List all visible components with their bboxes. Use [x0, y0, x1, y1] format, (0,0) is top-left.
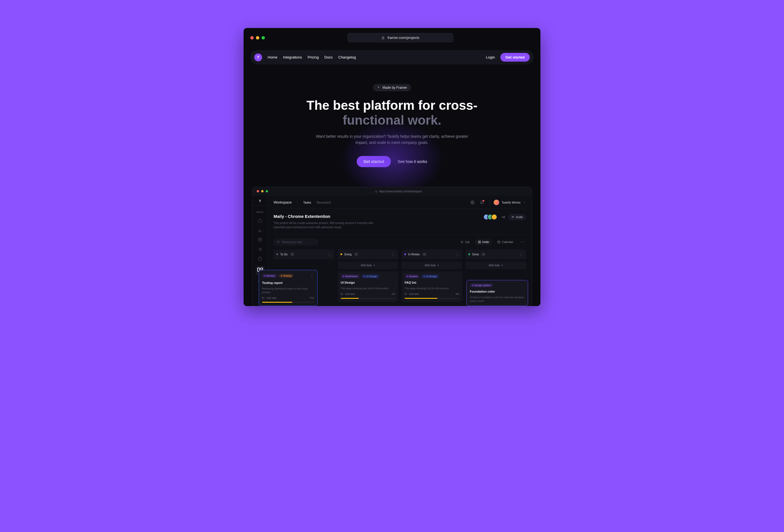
task-card-ui-design[interactable]: Wireframer UI Design UI Design This page…	[338, 271, 398, 302]
svg-rect-22	[262, 298, 263, 299]
inner-url-text: https://www.taskify.com/workspace	[379, 190, 422, 193]
home-icon[interactable]	[258, 218, 262, 223]
column-menu[interactable]: ⋮	[327, 252, 332, 257]
card-desc: All about Foundation color for make the …	[470, 296, 525, 303]
navbar: T Home Integrations Pricing Docs Changel…	[250, 50, 534, 64]
search-input[interactable]: Searcg any task	[274, 239, 318, 246]
view-list-button[interactable]: List	[458, 239, 472, 245]
card-title: FAQ list	[404, 281, 459, 284]
hero-title: The best platform for cross- functional …	[255, 98, 529, 128]
progress-bar	[262, 302, 314, 303]
hero-subtitle: Want better results in your organization…	[314, 133, 470, 146]
tab-tasks[interactable]: Tasks	[303, 201, 311, 204]
chart-icon[interactable]	[258, 228, 262, 232]
svg-rect-19	[405, 293, 406, 294]
column-name: Doing	[344, 253, 352, 256]
add-task-button[interactable]: Add task +	[338, 261, 398, 269]
add-task-button[interactable]: Add task +	[401, 261, 462, 269]
svg-point-2	[259, 248, 260, 249]
hero-actions: Get started See how it works	[255, 156, 529, 167]
task-card-faq[interactable]: Review UI Design FAQ list This page show…	[401, 271, 462, 302]
svg-rect-18	[341, 294, 342, 295]
view-invite-button[interactable]: Invite	[475, 239, 492, 245]
people-icon[interactable]	[258, 247, 262, 251]
get-started-button[interactable]: Get started	[500, 53, 530, 62]
nav-link-integrations[interactable]: Integrations	[283, 55, 302, 59]
login-link[interactable]: Login	[486, 55, 495, 59]
document-icon[interactable]	[258, 256, 262, 261]
avatar-stack	[483, 214, 497, 220]
column-name: In Riview	[408, 253, 420, 256]
hero-get-started-button[interactable]: Get started	[357, 156, 391, 167]
card-menu[interactable]: ⋮	[310, 273, 314, 279]
badge-text: Made by Framer	[383, 86, 407, 90]
svg-point-9	[512, 216, 513, 217]
search-icon	[277, 241, 280, 243]
svg-rect-21	[262, 297, 263, 298]
tag-review: Review	[404, 274, 420, 278]
bell-icon[interactable]	[480, 200, 484, 204]
inner-maximize-button[interactable]	[266, 190, 268, 192]
close-window-button[interactable]	[250, 36, 254, 39]
svg-rect-5	[261, 268, 263, 270]
minimize-window-button[interactable]	[256, 36, 259, 39]
floating-card-testing-report: Review Testing ⋮ Testing report Reviewin…	[259, 270, 317, 306]
invite-button[interactable]: Invite	[508, 214, 526, 220]
column-menu[interactable]: ⋮	[519, 252, 523, 257]
maximize-window-button[interactable]	[261, 36, 265, 39]
browser-chrome: framer.com/projects	[244, 28, 540, 47]
column-in-review: In Riview 2 ⋮ Add task + Review	[401, 250, 462, 302]
column-status-dot	[469, 253, 470, 255]
add-task-button[interactable]: Add task +	[466, 261, 526, 269]
user-chip[interactable]: Taskify Works	[489, 200, 526, 205]
workspace-header: Workspace Tasks Document Taskify Works	[274, 200, 526, 209]
column-header: In Riview 2 ⋮	[401, 250, 462, 259]
address-bar[interactable]: framer.com/projects	[347, 33, 453, 42]
subtask-label: Sub task	[267, 297, 276, 299]
browser-url: framer.com/projects	[388, 35, 419, 40]
column-menu[interactable]: ⋮	[391, 252, 395, 257]
svg-rect-16	[498, 241, 500, 243]
nav-link-pricing[interactable]: Pricing	[308, 55, 319, 59]
inner-minimize-button[interactable]	[261, 190, 263, 192]
nav-link-home[interactable]: Home	[268, 55, 278, 59]
inner-close-button[interactable]	[257, 190, 259, 192]
project-desc: This project will be create awesome prod…	[274, 221, 374, 229]
inner-traffic-lights	[257, 190, 268, 192]
column-menu[interactable]: ⋮	[455, 252, 459, 257]
task-card-foundation[interactable]: Design system Foundation color All about…	[467, 280, 528, 306]
svg-point-10	[278, 241, 279, 243]
task-card-testing-report[interactable]: Review Testing ⋮ Testing report Reviewin…	[259, 270, 317, 306]
more-button[interactable]: ⋯	[519, 240, 526, 244]
hero-title-line2: functional work.	[343, 113, 442, 128]
lock-icon	[375, 190, 377, 193]
user-plus-icon	[511, 216, 514, 218]
column-status-dot	[340, 253, 342, 255]
progress-text: 1/3	[391, 292, 395, 296]
box-icon[interactable]	[258, 237, 262, 242]
hero-title-line1: The best platform for cross-	[307, 98, 478, 113]
column-header: Doing 1 ⋮	[338, 250, 398, 259]
card-title: Testing report	[262, 281, 314, 284]
column-doing: Doing 1 ⋮ Add task + Wireframer	[338, 250, 398, 302]
nav-link-docs[interactable]: Docs	[324, 55, 333, 59]
hero: Made by Framer The best platform for cro…	[244, 67, 540, 178]
see-how-it-works-link[interactable]: See how it works	[398, 159, 427, 164]
subtask-icon	[262, 297, 265, 299]
column-header: To Do 2 ⋮	[274, 250, 334, 259]
view-calendar-button[interactable]: Calendar	[495, 239, 516, 245]
tag-ui-design: UI Design	[421, 274, 439, 278]
search-placeholder: Searcg any task	[282, 241, 302, 244]
logo[interactable]: T	[254, 54, 262, 61]
settings-icon[interactable]	[470, 200, 474, 204]
tab-document[interactable]: Document	[317, 201, 331, 204]
subtask-label: Sub task	[345, 292, 355, 296]
inner-logo[interactable]: T	[252, 200, 268, 206]
card-desc: Reviewing dashboard menu for the maily p…	[262, 287, 314, 294]
svg-rect-15	[480, 241, 480, 243]
nav-link-changelog[interactable]: Changelog	[338, 55, 356, 59]
svg-rect-17	[341, 293, 342, 294]
progress-bar	[341, 298, 395, 299]
svg-point-13	[461, 243, 461, 243]
board-view-icon	[478, 241, 481, 244]
